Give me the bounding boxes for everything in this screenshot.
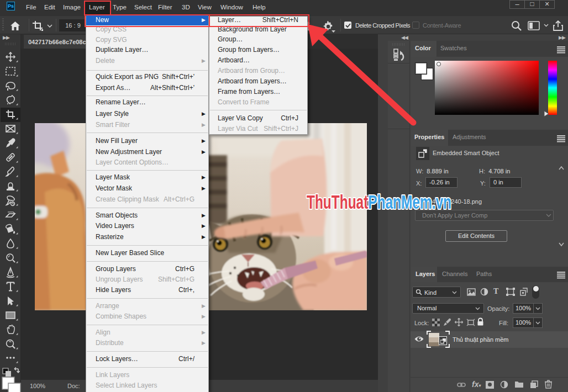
svg-text:ThuThuatPhanMem.vn: ThuThuatPhanMem.vn: [307, 191, 451, 213]
